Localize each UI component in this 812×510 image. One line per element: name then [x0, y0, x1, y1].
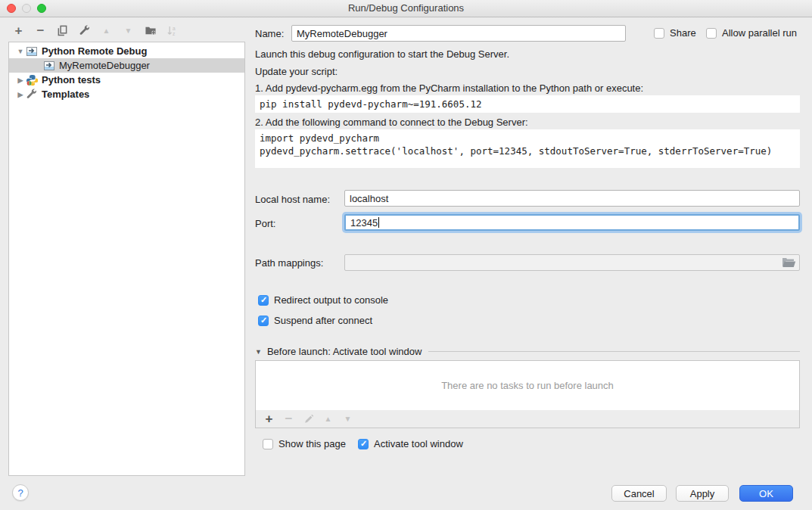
configurations-toolbar: + − ▲ ▼ az — [11, 23, 179, 38]
tree-item-python-tests[interactable]: ▶ Python tests — [9, 73, 244, 87]
help-button[interactable]: ? — [12, 484, 29, 501]
allow-parallel-run-checkbox[interactable]: Allow parallel run — [706, 27, 797, 39]
checkbox-label: Suspend after connect — [274, 315, 372, 326]
run-debug-configurations-dialog: Run/Debug Configurations + − ▲ ▼ az ▼ Py… — [0, 0, 812, 510]
checkbox-box[interactable] — [258, 316, 269, 326]
move-task-down-icon: ▼ — [341, 412, 354, 425]
name-value: MyRemoteDebugger — [297, 28, 387, 39]
move-up-icon: ▲ — [99, 23, 114, 38]
redirect-output-checkbox[interactable]: Redirect output to console — [258, 294, 388, 306]
copy-configuration-icon[interactable] — [55, 23, 70, 38]
checkbox-box[interactable] — [654, 28, 664, 39]
checkbox-label: Activate tool window — [374, 438, 463, 449]
run-config-icon — [26, 45, 38, 58]
port-input[interactable]: 12345 — [344, 214, 800, 231]
tree-item-python-remote-debug[interactable]: ▼ Python Remote Debug — [9, 44, 244, 58]
settrace-code[interactable]: import pydevd_pycharm pydevd_pycharm.set… — [255, 129, 800, 168]
minimize-window-button — [22, 4, 31, 13]
code-line-1: import pydevd_pycharm — [260, 132, 379, 144]
instruction-step-1: 1. Add pydevd-pycharm.egg from the PyCha… — [255, 82, 643, 94]
edit-task-icon — [302, 412, 315, 425]
port-value: 12345 — [350, 217, 378, 229]
remove-configuration-icon[interactable]: − — [33, 23, 48, 38]
expand-collapse-icon[interactable]: ▶ — [15, 76, 26, 84]
text-cursor — [378, 217, 379, 228]
browse-folder-icon[interactable] — [782, 257, 796, 270]
create-folder-icon[interactable] — [143, 23, 157, 38]
remove-task-icon: − — [282, 412, 295, 425]
templates-wrench-icon — [26, 89, 38, 101]
expand-collapse-icon[interactable]: ▼ — [15, 48, 26, 55]
path-mappings-label: Path mappings: — [255, 257, 323, 269]
code-line-2: pydevd_pycharm.settrace('localhost', por… — [260, 145, 772, 157]
add-task-icon[interactable]: + — [263, 412, 275, 425]
move-down-icon: ▼ — [121, 23, 135, 38]
collapse-section-icon[interactable]: ▼ — [255, 348, 262, 356]
checkbox-label: Allow parallel run — [722, 27, 797, 39]
tree-item-templates[interactable]: ▶ Templates — [9, 87, 244, 101]
apply-button[interactable]: Apply — [676, 485, 729, 502]
tree-item-label: Python tests — [42, 74, 101, 86]
instruction-line-1: Launch this debug configuration to start… — [255, 48, 509, 60]
instruction-line-2: Update your script: — [255, 66, 338, 77]
help-question-mark: ? — [17, 487, 23, 499]
checkbox-box[interactable] — [263, 439, 273, 449]
tree-item-label: Templates — [42, 89, 89, 100]
activate-tool-window-checkbox[interactable]: Activate tool window — [358, 438, 463, 449]
suspend-after-connect-checkbox[interactable]: Suspend after connect — [258, 315, 372, 326]
window-title: Run/Debug Configurations — [0, 0, 812, 17]
cancel-button[interactable]: Cancel — [611, 485, 667, 502]
configurations-tree: ▼ Python Remote Debug MyRemoteDebugger ▶… — [8, 42, 245, 476]
checkbox-label: Redirect output to console — [274, 294, 388, 306]
tree-item-myremotedebugger[interactable]: MyRemoteDebugger — [9, 58, 244, 73]
add-configuration-icon[interactable]: + — [11, 23, 26, 38]
local-host-name-label: Local host name: — [255, 194, 330, 205]
share-checkbox[interactable]: Share — [654, 27, 696, 39]
before-launch-toolbar: + − ▲ ▼ — [255, 410, 800, 428]
pip-install-code[interactable]: pip install pydevd-pycharm~=191.6605.12 — [255, 95, 800, 113]
ok-button[interactable]: OK — [739, 485, 793, 502]
tree-item-label: Python Remote Debug — [42, 45, 147, 57]
before-launch-section-header[interactable]: ▼ Before launch: Activate tool window — [255, 346, 800, 357]
run-config-icon — [43, 60, 55, 72]
titlebar[interactable]: Run/Debug Configurations — [0, 0, 812, 17]
svg-text:z: z — [173, 31, 175, 36]
name-label: Name: — [255, 28, 284, 39]
tree-item-label: MyRemoteDebugger — [59, 60, 150, 71]
expand-collapse-icon[interactable]: ▶ — [15, 91, 26, 98]
show-this-page-checkbox[interactable]: Show this page — [263, 438, 346, 449]
local-host-name-value: localhost — [350, 193, 388, 204]
svg-text:a: a — [173, 26, 176, 31]
before-launch-task-list[interactable]: There are no tasks to run before launch — [255, 360, 800, 411]
checkbox-label: Share — [670, 27, 696, 39]
path-mappings-input[interactable] — [344, 254, 800, 271]
port-label: Port: — [255, 218, 275, 229]
edit-templates-icon[interactable] — [77, 23, 92, 38]
checkbox-label: Show this page — [278, 438, 346, 449]
checkbox-box[interactable] — [258, 295, 269, 306]
section-divider — [428, 351, 800, 352]
zoom-window-button[interactable] — [37, 4, 46, 13]
name-input[interactable]: MyRemoteDebugger — [291, 25, 626, 42]
traffic-lights — [7, 4, 46, 13]
checkbox-box[interactable] — [706, 28, 717, 39]
python-tests-icon — [26, 74, 38, 86]
before-launch-title: Before launch: Activate tool window — [267, 346, 422, 357]
instruction-step-2: 2. Add the following command to connect … — [255, 117, 528, 128]
local-host-name-input[interactable]: localhost — [344, 190, 800, 207]
close-window-button[interactable] — [7, 4, 16, 13]
move-task-up-icon: ▲ — [322, 412, 334, 425]
empty-tasks-text: There are no tasks to run before launch — [441, 380, 614, 391]
sort-alphabetically-icon: az — [165, 23, 179, 38]
checkbox-box[interactable] — [358, 439, 369, 449]
